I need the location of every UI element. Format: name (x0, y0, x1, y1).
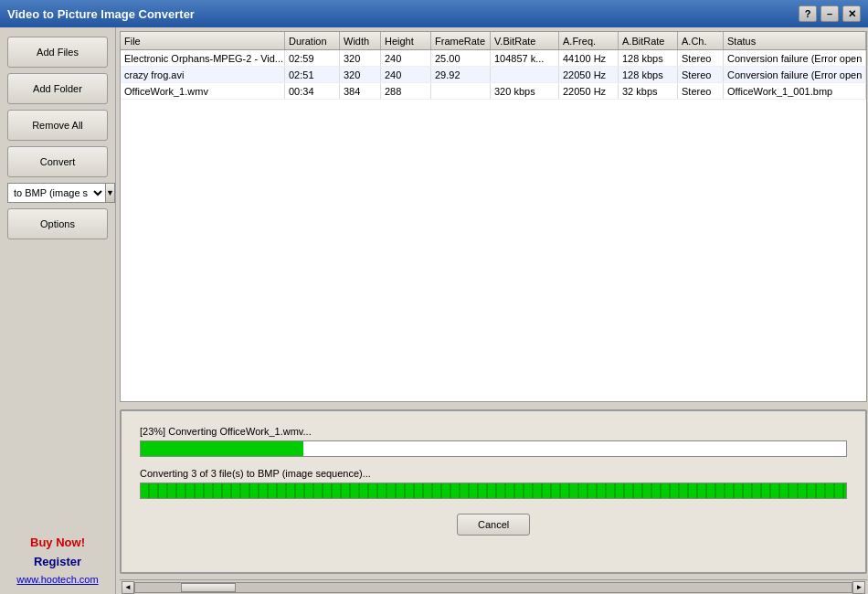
overall-progress-bar (140, 483, 847, 499)
cell-duration: 02:51 (285, 67, 340, 82)
title-bar: Video to Picture Image Converter ? – ✕ (0, 0, 868, 27)
file-progress-bar (140, 440, 847, 457)
progress-dialog: [23%] Converting OfficeWork_1.wmv... Con… (120, 409, 867, 574)
cell-duration: 02:59 (285, 50, 340, 66)
cell-vbitrate (491, 67, 559, 82)
cell-width: 384 (340, 83, 381, 99)
add-files-button[interactable]: Add Files (7, 37, 108, 68)
cell-abitrate: 128 kbps (619, 50, 678, 66)
cell-framerate: 25.00 (431, 50, 491, 66)
cell-width: 320 (340, 50, 381, 66)
cell-afreq: 22050 Hz (559, 83, 619, 99)
col-header-height: Height (381, 32, 431, 49)
file-progress-label: [23%] Converting OfficeWork_1.wmv... (140, 426, 847, 437)
remove-all-button[interactable]: Remove All (7, 110, 108, 141)
cell-framerate: 29.92 (431, 67, 491, 82)
col-header-afreq: A.Freq. (559, 32, 619, 49)
cell-file: OfficeWork_1.wmv (121, 83, 285, 99)
cell-file: crazy frog.avi (121, 67, 285, 82)
cell-vbitrate: 320 kbps (491, 83, 559, 99)
col-header-abitrate: A.BitRate (619, 32, 678, 49)
add-folder-button[interactable]: Add Folder (7, 73, 108, 104)
file-list-container: File Duration Width Height FrameRate V.B… (120, 31, 867, 402)
content-area: File Duration Width Height FrameRate V.B… (116, 27, 868, 594)
scroll-left-arrow[interactable]: ◄ (122, 581, 134, 594)
cell-status: OfficeWork_1_001.bmp (724, 83, 866, 99)
col-header-status: Status (724, 32, 866, 49)
window-title: Video to Picture Image Converter (7, 7, 195, 21)
cell-height: 288 (381, 83, 431, 99)
sidebar-spacer (7, 245, 108, 530)
buy-now-link[interactable]: Buy Now! (7, 536, 108, 549)
help-button[interactable]: ? (799, 5, 817, 22)
table-row[interactable]: OfficeWork_1.wmv 00:34 384 288 320 kbps … (121, 83, 866, 100)
file-list-header: File Duration Width Height FrameRate V.B… (121, 32, 866, 50)
cell-framerate (431, 83, 491, 99)
col-header-vbitrate: V.BitRate (491, 32, 559, 49)
cell-abitrate: 128 kbps (619, 67, 678, 82)
cell-ach: Stereo (678, 50, 724, 66)
scroll-right-arrow[interactable]: ► (852, 581, 865, 594)
col-header-width: Width (340, 32, 381, 49)
cell-abitrate: 32 kbps (619, 83, 678, 99)
col-header-file: File (121, 32, 285, 49)
cancel-button[interactable]: Cancel (457, 514, 530, 536)
close-button[interactable]: ✕ (842, 5, 861, 22)
col-header-ach: A.Ch. (678, 32, 724, 49)
register-link[interactable]: Register (7, 555, 108, 568)
scrollbar-thumb[interactable] (181, 583, 236, 592)
scrollbar-container: ◄ ► (120, 579, 867, 594)
website-link[interactable]: www.hootech.com (7, 574, 108, 585)
col-header-framerate: FrameRate (431, 32, 491, 49)
file-progress-fill (141, 441, 303, 456)
file-list-body: Electronic Orphans-MPEG-2 - Vid... 02:59… (121, 50, 866, 401)
cell-ach: Stereo (678, 67, 724, 82)
sidebar: Add Files Add Folder Remove All Convert … (0, 27, 116, 594)
overall-progress-label: Converting 3 of 3 file(s) to BMP (image … (140, 468, 847, 479)
format-selector[interactable]: to BMP (image s ▼ (7, 183, 108, 203)
cell-status: Conversion failure (Error open (724, 67, 866, 82)
cell-vbitrate: 104857 k... (491, 50, 559, 66)
cell-duration: 00:34 (285, 83, 340, 99)
main-container: Add Files Add Folder Remove All Convert … (0, 27, 868, 594)
format-dropdown-arrow[interactable]: ▼ (105, 183, 115, 203)
minimize-button[interactable]: – (820, 5, 839, 22)
cell-afreq: 44100 Hz (559, 50, 619, 66)
options-button[interactable]: Options (7, 208, 108, 239)
cell-height: 240 (381, 50, 431, 66)
cell-status: Conversion failure (Error open (724, 50, 866, 66)
cell-file: Electronic Orphans-MPEG-2 - Vid... (121, 50, 285, 66)
cell-ach: Stereo (678, 83, 724, 99)
table-row[interactable]: crazy frog.avi 02:51 320 240 29.92 22050… (121, 67, 866, 83)
scrollbar-track[interactable] (134, 582, 852, 593)
cell-afreq: 22050 Hz (559, 67, 619, 82)
col-header-duration: Duration (285, 32, 340, 49)
cell-width: 320 (340, 67, 381, 82)
cancel-btn-container: Cancel (140, 514, 847, 536)
convert-button[interactable]: Convert (7, 146, 108, 177)
format-select[interactable]: to BMP (image s (7, 183, 105, 203)
table-row[interactable]: Electronic Orphans-MPEG-2 - Vid... 02:59… (121, 50, 866, 67)
overall-progress-fill (141, 483, 846, 498)
cell-height: 240 (381, 67, 431, 82)
title-bar-buttons: ? – ✕ (799, 5, 861, 22)
